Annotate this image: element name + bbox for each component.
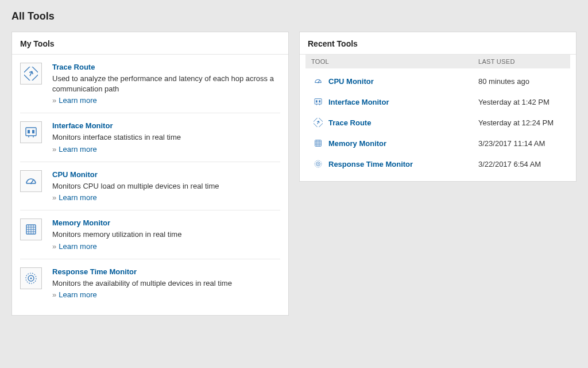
recent-tools-header-row: TOOL LAST USED (305, 55, 570, 68)
interface-monitor-icon (311, 97, 325, 106)
tool-name-link[interactable]: Interface Monitor (52, 121, 280, 130)
memory-monitor-icon (20, 218, 42, 240)
recent-row: Response Time Monitor 3/22/2017 6:54 AM (305, 154, 570, 174)
recent-last-used: 3/23/2017 11:14 AM (478, 139, 564, 148)
recent-row: Interface Monitor Yesterday at 1:42 PM (305, 91, 570, 112)
recent-last-used: 80 minutes ago (478, 77, 564, 86)
tool-description: Monitors interface statistics in real ti… (52, 132, 280, 143)
tool-description: Monitors CPU load on multiple devices in… (52, 181, 280, 191)
tool-item: Response Time Monitor Monitors the avail… (20, 259, 280, 308)
learn-more-link[interactable]: »Learn more (52, 290, 280, 299)
tool-item: Trace Route Used to analyze the performa… (20, 55, 280, 113)
tool-description: Used to analyze the performance and late… (52, 74, 280, 94)
tool-name-link[interactable]: CPU Monitor (52, 170, 280, 179)
memory-monitor-icon (311, 139, 325, 148)
learn-more-link[interactable]: »Learn more (52, 193, 280, 202)
col-tool-header: TOOL (311, 58, 478, 65)
col-last-used-header: LAST USED (478, 58, 564, 65)
recent-last-used: 3/22/2017 6:54 AM (478, 160, 564, 168)
interface-monitor-icon (20, 121, 42, 143)
tool-description: Monitors the availability of multiple de… (52, 278, 280, 289)
response-time-icon (20, 267, 42, 289)
tool-name-link[interactable]: Memory Monitor (52, 218, 280, 227)
recent-row: Trace Route Yesterday at 12:24 PM (305, 112, 570, 133)
trace-route-icon (20, 63, 42, 85)
recent-row: CPU Monitor 80 minutes ago (305, 71, 570, 91)
tool-name-link[interactable]: Response Time Monitor (52, 267, 280, 276)
learn-more-link[interactable]: »Learn more (52, 145, 280, 154)
response-time-icon (311, 159, 325, 168)
recent-tools-card: Recent Tools TOOL LAST USED CPU Monitor … (299, 32, 577, 182)
recent-last-used: Yesterday at 1:42 PM (478, 98, 564, 106)
tool-name-link[interactable]: Trace Route (52, 63, 280, 71)
recent-tool-link[interactable]: Response Time Monitor (325, 160, 478, 168)
learn-more-link[interactable]: »Learn more (52, 242, 280, 251)
recent-last-used: Yesterday at 12:24 PM (478, 118, 564, 127)
my-tools-list: Trace Route Used to analyze the performa… (12, 55, 288, 315)
recent-tool-link[interactable]: Trace Route (325, 118, 478, 127)
tool-item: Memory Monitor Monitors memory utilizati… (20, 210, 280, 259)
recent-row: Memory Monitor 3/23/2017 11:14 AM (305, 133, 570, 154)
my-tools-heading: My Tools (12, 32, 288, 54)
page-title: All Tools (11, 10, 577, 22)
my-tools-card: My Tools Trace Route Used to analyze the… (11, 32, 289, 316)
recent-tools-heading: Recent Tools (300, 32, 576, 54)
recent-tool-link[interactable]: Memory Monitor (325, 139, 478, 148)
recent-tool-link[interactable]: CPU Monitor (325, 77, 478, 86)
trace-route-icon (311, 118, 325, 127)
cpu-monitor-icon (311, 76, 325, 86)
tool-item: Interface Monitor Monitors interface sta… (20, 113, 280, 162)
learn-more-link[interactable]: »Learn more (52, 96, 280, 105)
cpu-monitor-icon (20, 170, 42, 192)
tool-description: Monitors memory utilization in real time (52, 229, 280, 240)
recent-tool-link[interactable]: Interface Monitor (325, 98, 478, 106)
tool-item: CPU Monitor Monitors CPU load on multipl… (20, 162, 280, 211)
